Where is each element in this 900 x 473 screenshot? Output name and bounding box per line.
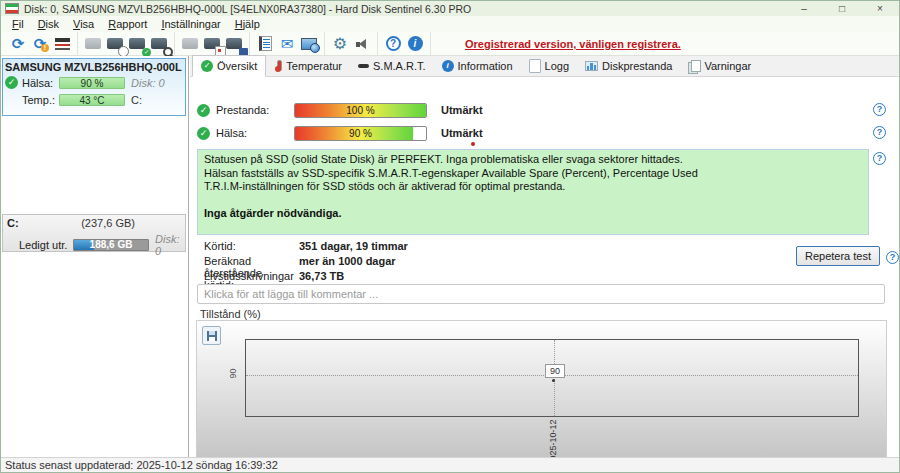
minimize-button-icon[interactable]: – [785,1,823,16]
temp-label: Temp.: [22,94,59,106]
menu-fil[interactable]: Fil [5,17,31,31]
sidebar-temp-bar: 43 °C [59,94,125,106]
free-space-value: 188,6 GB [74,240,148,250]
performance-row: ✓ Prestanda: 100 % Utmärkt [197,102,483,118]
smart-icon [358,64,369,68]
report-icon[interactable] [254,34,276,54]
chart-point-label: 90 [545,364,565,378]
health-row: ✓ Hälsa: 90 % Utmärkt [197,125,483,141]
free-space-bar: 188,6 GB [73,239,149,251]
chart-plot-area: 90 [245,339,859,417]
menu-disk[interactable]: Disk [31,17,66,31]
health-bar: 90 % [294,126,427,141]
repeat-test-button[interactable]: Repetera test [796,246,880,266]
chart-title: Tillstånd (%) [200,308,261,320]
detection-levels-icon[interactable] [51,34,73,54]
chart-y-tick: 90 [228,366,239,382]
main-panel: ✓Översikt Temperatur S.M.A.R.T. iInforma… [190,56,899,457]
close-button-icon[interactable]: × [861,1,899,16]
disk-repair-icon[interactable] [223,34,245,54]
window-title: Disk: 0, SAMSUNG MZVLB256HBHQ-000L [S4EL… [24,3,471,15]
chart-gridline-vertical [554,340,555,416]
status-bar-text: Status senast uppdaterad: 2025-10-12 sön… [5,459,278,471]
health-label: Hälsa: [216,127,294,139]
disk-list-item-selected[interactable]: SAMSUNG MZVLB256HBHQ-000L (238,5 GB) ✓ H… [2,58,186,116]
runtime-label: Körtid: [204,240,236,252]
menu-hjalp[interactable]: Hjälp [228,17,267,31]
tab-smart[interactable]: S.M.A.R.T. [350,56,434,76]
floppy-save-icon [207,331,217,341]
unregistered-version-link[interactable]: Oregistrerad version, vänligen registrer… [465,38,681,50]
save-chart-button[interactable] [202,326,221,345]
disk-performance-chart-icon [585,61,598,71]
comment-input[interactable] [197,284,885,304]
menu-visa[interactable]: Visa [66,17,101,31]
tab-varningar[interactable]: Varningar [680,56,759,76]
disk-disabled-icon [82,34,104,54]
disk-status-text-box: Statusen på SSD (solid State Disk) är PE… [197,149,869,235]
info-circle-icon: i [442,60,454,72]
partition-name: C: [7,217,19,229]
volume-letter-label: C: [125,94,183,106]
status-line: Statusen på SSD (solid State Disk) är PE… [204,153,862,167]
free-space-label: Ledigt utr. [19,239,73,251]
menu-rapport[interactable]: Rapport [101,17,154,31]
settings-gear-icon[interactable]: ⚙ [329,34,351,54]
chart-point-marker [552,379,555,382]
about-info-icon[interactable]: i [404,34,426,54]
help-icon[interactable]: ? [382,34,404,54]
health-help-icon[interactable]: ? [873,126,886,139]
warnings-pages-icon [688,60,700,72]
tab-diskprestanda[interactable]: Diskprestanda [577,56,680,76]
menu-installningar[interactable]: Inställningar [154,17,227,31]
tab-information[interactable]: iInformation [434,56,521,76]
sound-icon[interactable] [351,34,373,54]
disk-item-title: SAMSUNG MZVLB256HBHQ-000L (238,5 GB) [3,60,185,74]
performance-status: Utmärkt [441,104,483,116]
tab-temperatur[interactable]: Temperatur [266,56,350,76]
tab-oversikt[interactable]: ✓Översikt [192,55,266,77]
retest-help-icon[interactable]: ? [886,251,899,264]
disk-clock-icon[interactable] [104,34,126,54]
status-line: Hälsan fastställs av SSD-specifik S.M.A.… [204,167,862,181]
performance-ok-icon: ✓ [197,104,210,117]
performance-bar: 100 % [294,103,427,118]
disk-sidebar: SAMSUNG MZVLB256HBHQ-000L (238,5 GB) ✓ H… [1,56,189,457]
log-page-icon [529,59,541,73]
overview-check-icon: ✓ [201,60,213,72]
network-icon[interactable] [298,34,320,54]
app-window: Disk: 0, SAMSUNG MZVLB256HBHQ-000L [S4EL… [0,0,900,473]
disk-analyze-icon[interactable] [148,34,170,54]
lifetime-writes-value: 36,73 TB [299,270,344,282]
partition-list-item[interactable]: C: (237,6 GB) Ledigt utr. 188,6 GB Disk:… [2,214,186,252]
tab-logg[interactable]: Logg [521,56,577,76]
toolbar: ⟳ ⟳! ✓ ✉ ⚙ ? i Oregistrerad version [1,32,899,56]
tab-bar: ✓Översikt Temperatur S.M.A.R.T. iInforma… [190,56,899,77]
health-label: Hälsa: [22,77,59,89]
maximize-button-icon[interactable]: □ [823,1,861,16]
performance-value: 100 % [295,104,426,117]
partition-disk-label: Disk: 0 [149,233,185,257]
health-history-chart: 90 90 2025-10-12 [196,320,887,473]
lifetime-writes-label: Livstidsskrivningar [204,270,294,282]
menu-bar: Fil Disk Visa Rapport Inställningar Hjäl… [1,16,899,32]
status-help-icon[interactable]: ? [873,152,886,165]
health-ok-icon: ✓ [5,76,18,89]
email-icon[interactable]: ✉ [276,34,298,54]
status-line: T.R.I.M-inställningen för SSD stöds och … [204,180,862,194]
disk-number-label: Disk: 0 [125,77,183,89]
refresh-warning-icon[interactable]: ⟳! [29,34,51,54]
status-action-line: Inga åtgärder nödvändiga. [204,207,862,221]
disk-accept-icon[interactable]: ✓ [126,34,148,54]
thermometer-icon [274,60,282,72]
performance-label: Prestanda: [216,104,294,116]
health-status: Utmärkt [441,127,483,139]
status-bar: Status senast uppdaterad: 2025-10-12 sön… [1,457,899,472]
disk-surface-test-icon[interactable] [201,34,223,54]
refresh-icon[interactable]: ⟳ [7,34,29,54]
performance-help-icon[interactable]: ? [873,103,886,116]
overview-content: ✓ Prestanda: 100 % Utmärkt ✓ Hälsa: 90 %… [190,77,899,457]
runtime-value: 351 dagar, 19 timmar [299,240,408,252]
app-icon [5,3,19,14]
sidebar-health-bar: 90 % [59,77,125,89]
